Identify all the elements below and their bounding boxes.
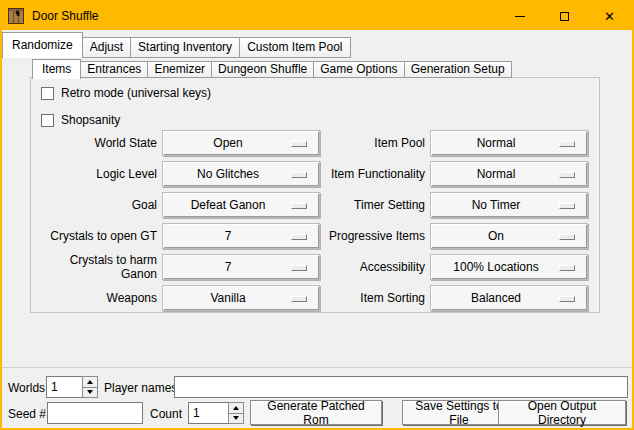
seed-input[interactable] [47,402,143,424]
worlds-label: Worlds [8,381,45,395]
goal-dropdown[interactable]: Defeat Ganon [162,192,320,218]
item-pool-dropdown[interactable]: Normal [430,130,588,156]
count-spin-down-button[interactable] [228,414,244,425]
spin-up-icon [233,406,239,410]
dropdown-indicator-icon [291,141,307,147]
setting-row: Crystals to open GT 7 Progressive Items … [31,223,599,249]
tab-adjust[interactable]: Adjust [82,37,131,58]
logic-level-dropdown[interactable]: No Glitches [162,161,320,187]
spin-up-icon [87,380,93,384]
dropdown-indicator-icon [559,234,575,240]
retro-mode-row: Retro mode (universal keys) [41,86,211,100]
item-pool-label: Item Pool [320,136,430,150]
dropdown-indicator-icon [559,296,575,302]
minimize-icon [515,16,525,17]
dropdown-indicator-icon [291,172,307,178]
item-sorting-dropdown[interactable]: Balanced [430,285,588,311]
shopsanity-label: Shopsanity [61,113,120,127]
worlds-spin-down-button[interactable] [82,388,98,399]
shopsanity-checkbox[interactable] [41,114,54,127]
count-label: Count [150,407,182,421]
accessibility-label: Accessibility [320,260,430,274]
progressive-items-dropdown[interactable]: On [430,223,588,249]
item-functionality-label: Item Functionality [320,167,430,181]
crystals-open-gt-label: Crystals to open GT [31,229,162,243]
setting-row: Goal Defeat Ganon Timer Setting No Timer [31,192,599,218]
dropdown-indicator-icon [291,296,307,302]
world-state-label: World State [31,136,162,150]
maximize-icon [560,12,569,21]
setting-row: Weapons Vanilla Item Sorting Balanced [31,285,599,311]
dropdown-indicator-icon [291,265,307,271]
generate-patched-rom-button[interactable]: Generate Patched Rom [250,400,382,425]
spin-down-icon [87,390,93,394]
goal-label: Goal [31,198,162,212]
tab-dungeon-shuffle[interactable]: Dungeon Shuffle [211,61,314,78]
setting-row: Logic Level No Glitches Item Functionali… [31,161,599,187]
shopsanity-row: Shopsanity [41,113,120,127]
maximize-button[interactable] [542,2,587,30]
open-output-directory-button[interactable]: Open Output Directory [498,400,626,425]
player-names-input[interactable] [174,376,628,398]
retro-mode-label: Retro mode (universal keys) [61,86,211,100]
tab-starting-inventory[interactable]: Starting Inventory [130,37,240,58]
window-body: Randomize Adjust Starting Inventory Cust… [2,30,632,428]
dropdown-indicator-icon [559,265,575,271]
dropdown-indicator-icon [291,234,307,240]
count-input[interactable] [188,402,228,424]
setting-row: Crystals to harm Ganon 7 Accessibility 1… [31,254,599,280]
app-door-icon [8,8,24,24]
tab-enemizer[interactable]: Enemizer [147,61,212,78]
dropdown-indicator-icon [559,203,575,209]
world-state-dropdown[interactable]: Open [162,130,320,156]
crystals-harm-ganon-dropdown[interactable]: 7 [162,254,320,280]
tab-randomize[interactable]: Randomize [2,32,83,58]
setting-row: World State Open Item Pool Normal [31,130,599,156]
worlds-input[interactable] [46,376,82,398]
spin-down-icon [233,416,239,420]
dropdown-indicator-icon [291,203,307,209]
progressive-items-label: Progressive Items [320,229,430,243]
main-tab-bar: Randomize Adjust Starting Inventory Cust… [2,32,350,58]
weapons-dropdown[interactable]: Vanilla [162,285,320,311]
timer-setting-dropdown[interactable]: No Timer [430,192,588,218]
crystals-harm-ganon-label: Crystals to harm Ganon [31,253,162,281]
window-title: Door Shuffle [32,9,99,23]
weapons-label: Weapons [31,291,162,305]
dropdown-indicator-icon [559,141,575,147]
count-spinner[interactable] [188,402,244,424]
accessibility-dropdown[interactable]: 100% Locations [430,254,588,280]
tab-items[interactable]: Items [32,59,81,79]
tab-generation-setup[interactable]: Generation Setup [404,61,512,78]
close-button[interactable]: ✕ [587,2,632,30]
retro-mode-checkbox[interactable] [41,87,54,100]
sub-tab-bar: Items Entrances Enemizer Dungeon Shuffle… [32,58,511,78]
seed-label: Seed # [8,407,46,421]
item-sorting-label: Item Sorting [320,291,430,305]
minimize-button[interactable] [497,2,542,30]
tab-custom-item-pool[interactable]: Custom Item Pool [239,37,350,58]
settings-grid: World State Open Item Pool Normal Logic … [31,130,599,316]
logic-level-label: Logic Level [31,167,162,181]
bottom-divider [2,367,632,368]
door-shuffle-window: Door Shuffle ✕ Randomize Adjust Starting… [0,0,634,430]
item-functionality-dropdown[interactable]: Normal [430,161,588,187]
tab-game-options[interactable]: Game Options [313,61,404,78]
player-names-label: Player names [104,381,177,395]
title-bar: Door Shuffle ✕ [2,2,632,30]
count-spin-up-button[interactable] [228,402,244,414]
timer-setting-label: Timer Setting [320,198,430,212]
close-icon: ✕ [604,10,615,23]
items-pane: Retro mode (universal keys) Shopsanity W… [30,77,600,313]
worlds-spinner[interactable] [46,376,98,398]
window-controls: ✕ [497,2,632,30]
worlds-spin-up-button[interactable] [82,376,98,388]
crystals-open-gt-dropdown[interactable]: 7 [162,223,320,249]
dropdown-indicator-icon [559,172,575,178]
tab-entrances[interactable]: Entrances [80,61,148,78]
